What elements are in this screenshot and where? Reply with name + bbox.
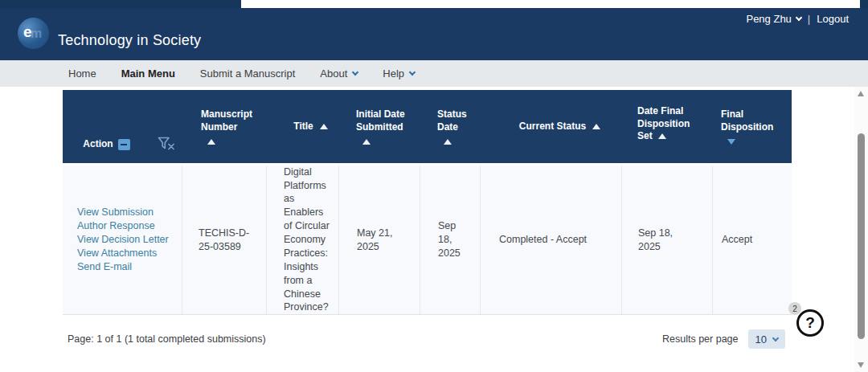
sort-desc-icon <box>727 139 735 145</box>
main-navigation: Home Main Menu Submit a Manuscript About… <box>0 60 868 87</box>
submissions-table: Action Manuscript Number Title Initial D… <box>63 90 792 315</box>
nav-item-about[interactable]: About <box>320 67 358 80</box>
column-header-action: Action <box>63 90 182 163</box>
status-date-cell: Sep 18, 2025 <box>420 166 480 314</box>
sort-asc-icon <box>658 133 666 139</box>
results-per-page-value: 10 <box>755 333 767 345</box>
current-status-cell: Completed - Accept <box>480 166 621 314</box>
manuscript-number-cell: TECHIS-D-25-03589 <box>182 166 266 314</box>
chevron-down-icon <box>796 14 802 21</box>
results-per-page-control: Results per page 10 <box>662 329 785 349</box>
column-header-manuscript-number[interactable]: Manuscript Number <box>182 90 266 163</box>
nav-item-help[interactable]: Help <box>383 67 415 80</box>
logo-letter-e: e <box>23 23 32 41</box>
table-row: View Submission Author Response View Dec… <box>63 166 792 315</box>
chevron-down-icon <box>409 69 416 76</box>
question-mark-icon: ? <box>805 314 815 332</box>
column-header-final-disposition[interactable]: Final Disposition <box>712 90 792 163</box>
date-final-disposition-set-cell: Sep 18, 2025 <box>621 166 712 314</box>
sort-asc-icon <box>362 139 371 145</box>
user-area: Peng Zhu | Logout <box>746 13 849 25</box>
table-body: View Submission Author Response View Dec… <box>63 166 792 315</box>
sort-asc-icon <box>320 124 328 129</box>
sort-asc-icon <box>207 139 215 145</box>
divider: | <box>808 13 810 25</box>
column-header-status-date[interactable]: Status Date <box>420 90 480 163</box>
initial-date-submitted-cell: May 21, 2025 <box>338 166 420 314</box>
top-strip-navy-segment <box>0 0 241 8</box>
nav-item-home[interactable]: Home <box>68 67 96 80</box>
journal-title: Technology in Society <box>58 32 201 49</box>
sort-asc-icon <box>592 124 600 129</box>
column-header-initial-date-submitted[interactable]: Initial Date Submitted <box>338 90 420 163</box>
nav-item-main-menu[interactable]: Main Menu <box>121 67 175 80</box>
help-button[interactable]: ? <box>796 309 824 337</box>
window-top-strip <box>0 0 868 8</box>
scrollbar-thumb[interactable] <box>858 133 865 339</box>
pagination-summary: Page: 1 of 1 (1 total completed submissi… <box>68 333 266 345</box>
final-disposition-cell: Accept <box>712 166 792 314</box>
results-per-page-select[interactable]: 10 <box>748 329 785 349</box>
view-submission-link[interactable]: View Submission <box>77 206 182 219</box>
column-header-date-final-disposition-set[interactable]: Date Final Disposition Set <box>621 90 712 163</box>
table-header-row: Action Manuscript Number Title Initial D… <box>63 90 792 163</box>
sort-asc-icon <box>444 139 452 145</box>
column-header-current-status[interactable]: Current Status <box>480 90 621 163</box>
scrollbar-down-arrow-icon[interactable] <box>858 362 864 368</box>
view-attachments-link[interactable]: View Attachments <box>77 247 182 260</box>
vertical-scrollbar <box>854 87 868 372</box>
app-header: m e Technology in Society Peng Zhu | Log… <box>0 8 868 60</box>
results-per-page-label: Results per page <box>662 333 739 345</box>
help-widget: 2 ? <box>795 308 825 338</box>
chevron-down-icon <box>772 334 779 341</box>
title-cell: Digital Platforms as Enablers of Circula… <box>266 166 338 314</box>
view-decision-letter-link[interactable]: View Decision Letter <box>77 233 182 247</box>
nav-item-submit-manuscript[interactable]: Submit a Manuscript <box>200 67 296 80</box>
action-header-label: Action <box>83 138 113 151</box>
column-header-title[interactable]: Title <box>266 90 338 163</box>
scrollbar-up-arrow-icon[interactable] <box>858 91 864 96</box>
editorial-manager-page: m e Technology in Society Peng Zhu | Log… <box>0 0 868 372</box>
user-name-label: Peng Zhu <box>746 13 791 25</box>
action-links-cell: View Submission Author Response View Dec… <box>63 166 182 314</box>
collapse-minus-icon[interactable] <box>118 139 130 150</box>
send-email-link[interactable]: Send E-mail <box>77 260 182 274</box>
user-menu[interactable]: Peng Zhu <box>746 13 800 25</box>
editorial-manager-logo-icon[interactable]: m e <box>18 18 49 49</box>
logout-link[interactable]: Logout <box>817 13 849 25</box>
logo-letter-m: m <box>31 27 42 41</box>
clear-filter-icon[interactable] <box>158 137 176 152</box>
author-response-link[interactable]: Author Response <box>77 219 182 233</box>
chevron-down-icon <box>352 69 358 76</box>
